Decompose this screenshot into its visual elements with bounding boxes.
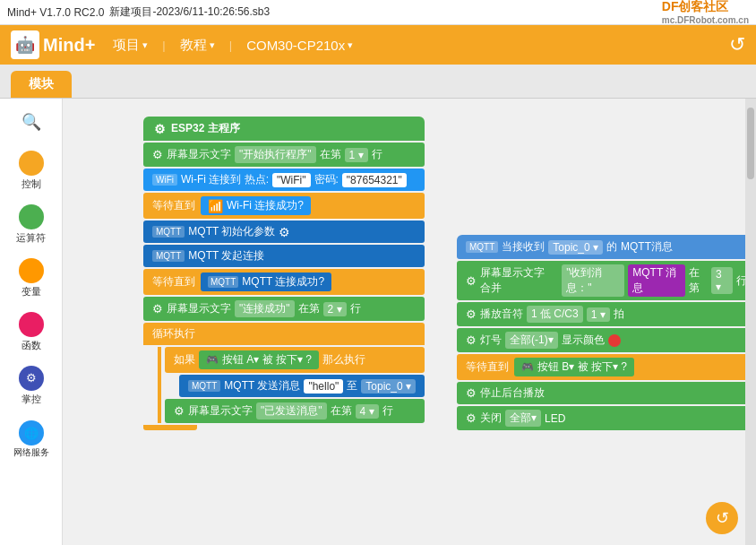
mqtt-tag-rcv: MQTT (466, 241, 498, 253)
then-label: 那么执行 (322, 352, 365, 368)
tab-blocks[interactable]: 模块 (11, 71, 72, 98)
sidebar-item-control[interactable]: 控制 (6, 145, 56, 195)
sep2: | (229, 39, 232, 52)
screen-at-3: 在第 (331, 403, 352, 419)
screen-rcv-val: "收到消息：" (562, 264, 624, 297)
block-screen-rcv[interactable]: ⚙ 屏幕显示文字 合并 "收到消息：" MQTT 消息 在第 3 ▾ 行 (457, 261, 756, 300)
right-block-group: MQTT 当接收到 Topic_0 ▾ 的 MQTT消息 ⚙ 屏幕显示文字 合并… (457, 233, 756, 432)
main-layout: 🔍 控制 运算符 变量 函数 ⚙ 掌控 🌐 网络服务 (0, 99, 756, 545)
mqtt-connect-label: MQTT 发起连接 (188, 248, 264, 264)
mqtt-tag-cond: MQTT (208, 276, 238, 288)
block-mqtt-send[interactable]: MQTT MQTT 发送消息 "hello" 至 Topic_0 ▾ (179, 375, 425, 397)
led-label: 灯号 (480, 333, 502, 348)
wifi-label: Wi-Fi 连接到 热点: (181, 172, 269, 187)
operator-icon (19, 204, 44, 229)
block-screen-3[interactable]: ⚙ 屏幕显示文字 "已发送消息" 在第 4 ▾ 行 (165, 399, 425, 423)
led-target: 全部(-1)▾ (505, 332, 558, 349)
sidebar-item-operator[interactable]: 运算符 (6, 199, 56, 249)
gear-icon: ⚙ (154, 122, 166, 136)
tutorial-arrow: ▾ (210, 39, 215, 51)
brand-name: DF创客社区 (662, 0, 749, 15)
wifi-tag: WiFi (152, 174, 177, 186)
sidebar-item-variable[interactable]: 变量 (6, 253, 56, 303)
wifi-pwd-label: 密码: (314, 172, 339, 187)
if-condition: 🎮 按钮 A▾ 被 按下▾ ? (199, 350, 319, 369)
network-label: 网络服务 (13, 447, 49, 458)
led-label-2: LED (545, 412, 565, 425)
project-arrow: ▾ (142, 39, 148, 51)
block-mqtt-init[interactable]: MQTT MQTT 初始化参数 ⚙ (143, 221, 425, 243)
wifi-pwd: "87654321" (342, 173, 407, 187)
scrollbar-thumb[interactable] (747, 108, 754, 179)
screen-val-3: "已发送消息" (256, 402, 327, 420)
btn-b-icon: 🎮 (521, 361, 534, 373)
hw-label: 掌控 (21, 393, 41, 406)
search-button[interactable]: 🔍 (15, 106, 47, 138)
block-wait-mqtt[interactable]: 等待直到 MQTT MQTT 连接成功? (143, 269, 425, 295)
stop-icon: ⚙ (466, 386, 477, 400)
note-val: 1 低 C/C3 (527, 306, 583, 323)
loop-cap (143, 425, 197, 430)
mqtt-topic-send: Topic_0 ▾ (361, 379, 416, 394)
block-screen-2[interactable]: ⚙ 屏幕显示文字 "连接成功" 在第 2 ▾ 行 (143, 297, 425, 321)
block-play-note[interactable]: ⚙ 播放音符 1 低 C/C3 1 ▾ 拍 (457, 302, 756, 326)
screen-merge: 屏幕显示文字 合并 (480, 265, 558, 296)
block-if[interactable]: 如果 🎮 按钮 A▾ 被 按下▾ ? 那么执行 (165, 347, 425, 373)
mqtt-gear-icon: ⚙ (279, 225, 290, 239)
led-show: 显示颜色 (562, 333, 605, 348)
block-mqtt-receive[interactable]: MQTT 当接收到 Topic_0 ▾ 的 MQTT消息 (457, 235, 756, 259)
led-color-dot (608, 334, 621, 347)
menubar: 🤖 Mind+ 项目 ▾ | 教程 ▾ | COM30-CP210x ▾ ↺ (0, 25, 756, 65)
scrollbar[interactable] (745, 99, 756, 545)
control-icon (19, 151, 44, 176)
screen-text-2: 屏幕显示文字 (167, 301, 231, 316)
block-led[interactable]: ⚙ 灯号 全部(-1)▾ 显示颜色 (457, 328, 756, 352)
sidebar: 🔍 控制 运算符 变量 函数 ⚙ 掌控 🌐 网络服务 (0, 99, 63, 545)
mqtt-tag-2: MQTT (152, 250, 185, 262)
history-button[interactable]: ↺ (729, 33, 745, 56)
left-block-group: ⚙ ESP32 主程序 ⚙ 屏幕显示文字 "开始执行程序" 在第 1 ▾ 行 W… (143, 117, 425, 430)
com-menu[interactable]: COM30-CP210x ▾ (239, 34, 360, 56)
mqtt-condition: MQTT MQTT 连接成功? (201, 272, 331, 291)
titlebar-left: Mind+ V1.7.0 RC2.0 新建项目-2023/6/11-10:26:… (7, 4, 270, 20)
close-icon: ⚙ (466, 411, 477, 425)
screen-num-1: 1 ▾ (345, 148, 368, 162)
block-wait-btn[interactable]: 等待直到 🎮 按钮 B▾ 被 按下▾ ? (457, 354, 756, 380)
sidebar-item-function[interactable]: 函数 (6, 307, 56, 357)
mqtt-tag-send: MQTT (188, 380, 220, 392)
block-loop[interactable]: 循环执行 (143, 323, 425, 345)
function-label: 函数 (21, 339, 41, 352)
mqtt-send-label: MQTT 发送消息 (224, 378, 300, 394)
block-wifi[interactable]: WiFi Wi-Fi 连接到 热点: "WiFi" 密码: "87654321" (143, 169, 425, 191)
tutorial-menu[interactable]: 教程 ▾ (173, 33, 222, 57)
com-menu-label: COM30-CP210x (246, 38, 345, 53)
screen-row-3: 行 (382, 403, 393, 419)
block-mqtt-connect[interactable]: MQTT MQTT 发起连接 (143, 245, 425, 267)
screen-text-1: 屏幕显示文字 (167, 147, 231, 162)
refresh-button[interactable]: ↺ (706, 502, 738, 534)
block-screen-1[interactable]: ⚙ 屏幕显示文字 "开始执行程序" 在第 1 ▾ 行 (143, 143, 425, 167)
wifi-success: Wi-Fi 连接成功? (227, 198, 304, 213)
titlebar: Mind+ V1.7.0 RC2.0 新建项目-2023/6/11-10:26:… (0, 0, 756, 25)
sidebar-item-network[interactable]: 🌐 网络服务 (6, 414, 56, 464)
screen-val-1: "开始执行程序" (235, 146, 316, 163)
block-wait-wifi[interactable]: 等待直到 📶 Wi-Fi 连接成功? (143, 193, 425, 219)
screen-num-rcv: 3 ▾ (711, 267, 733, 294)
sep1: | (162, 39, 165, 52)
function-icon (19, 312, 44, 337)
mqtt-tag-1: MQTT (152, 226, 185, 238)
screen-num-3: 4 ▾ (356, 404, 379, 419)
close-target: 全部▾ (505, 410, 541, 427)
screen-at-1: 在第 (320, 147, 341, 162)
project-menu[interactable]: 项目 ▾ (106, 33, 155, 57)
note-beat: 拍 (614, 307, 624, 322)
esp32-header: ⚙ ESP32 主程序 (143, 117, 425, 141)
block-close-led[interactable]: ⚙ 关闭 全部▾ LED (457, 406, 756, 430)
mqtt-msg-val: MQTT 消息 (628, 264, 685, 297)
screen-at-rcv: 在第 (689, 265, 708, 296)
block-stop-play[interactable]: ⚙ 停止后台播放 (457, 382, 756, 404)
btn-b-text: 按钮 B▾ 被 按下▾ ? (537, 359, 627, 375)
note-dur: 1 ▾ (587, 307, 610, 322)
sidebar-item-hw[interactable]: ⚙ 掌控 (6, 360, 56, 411)
screen-row-1: 行 (372, 147, 382, 162)
